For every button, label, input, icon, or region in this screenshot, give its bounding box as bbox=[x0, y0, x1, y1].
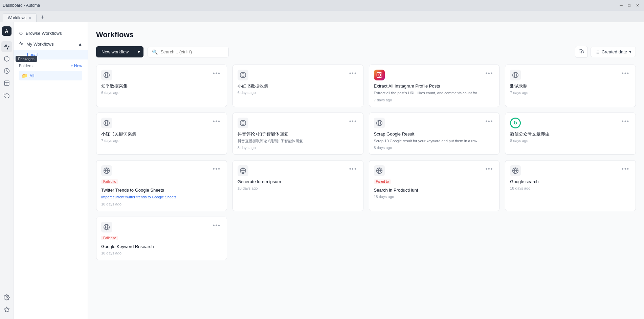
card-menu-button[interactable]: ••• bbox=[620, 165, 631, 173]
workflow-card[interactable]: ••• 抖音评论+扣子智能体回复 抖音直播抓取评论+调用扣子智能体回复 8 da… bbox=[232, 113, 363, 155]
sidebar-icon-notes[interactable] bbox=[1, 78, 12, 89]
tab-close-button[interactable]: ✕ bbox=[28, 16, 31, 20]
card-title: Google Keyword Research bbox=[101, 244, 222, 250]
sidebar-icon-packages[interactable]: Packages bbox=[1, 53, 12, 64]
sidebar-icon-settings[interactable] bbox=[1, 292, 12, 303]
card-menu-button[interactable]: ••• bbox=[348, 118, 358, 125]
failed-badge-block: Failed to bbox=[101, 235, 222, 242]
card-title: 小红书数据收集 bbox=[238, 83, 358, 89]
card-menu-button[interactable]: ••• bbox=[484, 165, 494, 173]
failed-badge-block: Failed to bbox=[101, 179, 222, 185]
workflow-card[interactable]: ••• 测试录制 7 days ago bbox=[505, 65, 636, 107]
card-time: 7 days ago bbox=[374, 98, 495, 102]
workflow-card[interactable]: ••• Failed to Twitter Trends to Google S… bbox=[96, 160, 227, 211]
search-bar: 🔍 bbox=[148, 47, 229, 57]
card-time: 18 days ago bbox=[510, 186, 631, 190]
workflow-card[interactable]: ••• Failed to Google Keyword Research 18… bbox=[96, 217, 227, 260]
card-menu-button[interactable]: ••• bbox=[348, 165, 358, 173]
app-logo[interactable]: A bbox=[2, 26, 12, 36]
card-description: Import current twitter trends to Google … bbox=[101, 195, 222, 200]
card-menu-button[interactable]: ••• bbox=[620, 118, 631, 125]
folder-icon: 📁 bbox=[22, 73, 27, 78]
globe-icon bbox=[374, 165, 385, 176]
card-menu-button[interactable]: ••• bbox=[212, 70, 222, 77]
svg-point-4 bbox=[6, 297, 7, 298]
new-folder-button[interactable]: + New bbox=[71, 64, 82, 68]
card-title: 小红书关键词采集 bbox=[101, 131, 222, 137]
folders-header: Folders + New bbox=[19, 64, 82, 68]
folder-all-label: All bbox=[29, 73, 34, 78]
card-menu-button[interactable]: ••• bbox=[348, 70, 358, 77]
app-title: Dashboard - Automa bbox=[3, 3, 40, 8]
folders-section: Folders + New 📁 All bbox=[14, 59, 88, 83]
card-header: ••• bbox=[238, 165, 358, 176]
card-time: 6 days ago bbox=[101, 91, 222, 95]
browser-titlebar: Dashboard - Automa ─ □ ✕ bbox=[0, 0, 644, 11]
page-title: Workflows bbox=[96, 30, 636, 39]
close-button[interactable]: ✕ bbox=[634, 2, 641, 8]
failed-badge: Failed to bbox=[374, 179, 391, 184]
new-workflow-label: New workflow bbox=[96, 46, 134, 57]
workflow-card[interactable]: ••• Extract All Instagram Profile Posts … bbox=[369, 65, 500, 107]
instagram-icon bbox=[374, 70, 385, 80]
sidebar-icon-workflows[interactable] bbox=[1, 41, 12, 52]
new-tab-button[interactable]: + bbox=[38, 13, 47, 22]
folders-label: Folders bbox=[19, 64, 32, 68]
local-item[interactable]: Local bbox=[14, 50, 88, 59]
my-workflows-label: My Workflows bbox=[26, 42, 54, 47]
card-title: Search in ProductHunt bbox=[374, 187, 495, 193]
new-workflow-dropdown-button[interactable]: ▾ bbox=[134, 46, 143, 57]
globe-icon bbox=[101, 222, 112, 232]
sort-chevron-icon: ▾ bbox=[629, 49, 631, 54]
toolbar-right: Created date ▾ bbox=[575, 46, 636, 58]
card-time: 18 days ago bbox=[101, 202, 222, 206]
failed-badge-block: Failed to bbox=[374, 179, 495, 185]
nav-sidebar: ⊙ Browse Workflows My Workflows ▲ Local bbox=[14, 22, 88, 319]
card-menu-button[interactable]: ••• bbox=[484, 118, 494, 125]
card-menu-button[interactable]: ••• bbox=[484, 70, 494, 77]
my-workflows-icon bbox=[19, 41, 24, 47]
card-menu-button[interactable]: ••• bbox=[212, 222, 222, 229]
sidebar-icon-logs[interactable] bbox=[1, 90, 12, 101]
minimize-button[interactable]: ─ bbox=[618, 2, 625, 8]
workflow-card[interactable]: ••• 小红书关键词采集 7 days ago bbox=[96, 113, 227, 155]
browse-workflows-item[interactable]: ⊙ Browse Workflows bbox=[14, 28, 88, 39]
card-header: ••• bbox=[101, 118, 222, 128]
my-workflows-header[interactable]: My Workflows ▲ bbox=[14, 39, 88, 50]
workflow-card[interactable]: ↻ ••• 微信公众号文章爬虫 8 days ago bbox=[505, 113, 636, 155]
card-menu-button[interactable]: ••• bbox=[212, 165, 222, 173]
workflow-card[interactable]: ••• 小红书数据收集 6 days ago bbox=[232, 65, 363, 107]
card-menu-button[interactable]: ••• bbox=[620, 70, 631, 77]
local-label: Local bbox=[27, 52, 38, 57]
search-icon: 🔍 bbox=[152, 49, 158, 55]
upload-button[interactable] bbox=[575, 46, 588, 58]
card-description: Extract all the post's URL, likes count,… bbox=[374, 91, 495, 96]
tab-workflows[interactable]: Workflows ✕ bbox=[3, 13, 37, 22]
card-header: ••• bbox=[101, 70, 222, 80]
new-workflow-button[interactable]: New workflow ▾ bbox=[96, 46, 143, 57]
sort-button[interactable]: Created date ▾ bbox=[591, 47, 636, 57]
card-time: 8 days ago bbox=[374, 146, 495, 150]
my-workflows-left: My Workflows bbox=[19, 41, 54, 47]
globe-icon bbox=[238, 165, 248, 176]
search-input[interactable] bbox=[160, 49, 224, 54]
globe-icon bbox=[374, 118, 385, 128]
sidebar-icon-info[interactable] bbox=[1, 304, 12, 315]
card-header: ••• bbox=[238, 70, 358, 80]
workflow-card[interactable]: ••• Scrap Google Result Scrap 10 Google … bbox=[369, 113, 500, 155]
failed-badge: Failed to bbox=[101, 236, 118, 240]
globe-icon bbox=[510, 70, 521, 80]
card-time: 6 days ago bbox=[238, 91, 358, 95]
workflow-card[interactable]: ••• Generate lorem ipsum 18 days ago bbox=[232, 160, 363, 211]
sidebar-icon-history[interactable] bbox=[1, 66, 12, 76]
browse-icon: ⊙ bbox=[19, 30, 23, 36]
card-menu-button[interactable]: ••• bbox=[212, 118, 222, 125]
folder-all[interactable]: 📁 All bbox=[19, 71, 82, 80]
workflow-card[interactable]: ••• Google search 18 days ago bbox=[505, 160, 636, 211]
workflow-card[interactable]: ••• 知乎数据采集 6 days ago bbox=[96, 65, 227, 107]
card-header: ••• bbox=[374, 70, 495, 80]
card-title: Scrap Google Result bbox=[374, 131, 495, 137]
maximize-button[interactable]: □ bbox=[626, 2, 632, 8]
workflow-card[interactable]: ••• Failed to Search in ProductHunt 18 d… bbox=[369, 160, 500, 211]
spiral-icon: ↻ bbox=[510, 118, 521, 128]
